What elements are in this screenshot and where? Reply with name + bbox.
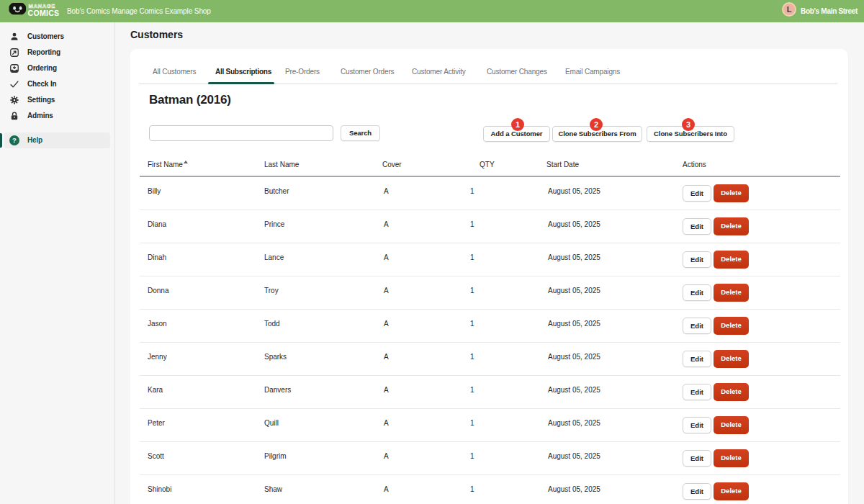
- svg-text:COMICS: COMICS: [27, 9, 59, 17]
